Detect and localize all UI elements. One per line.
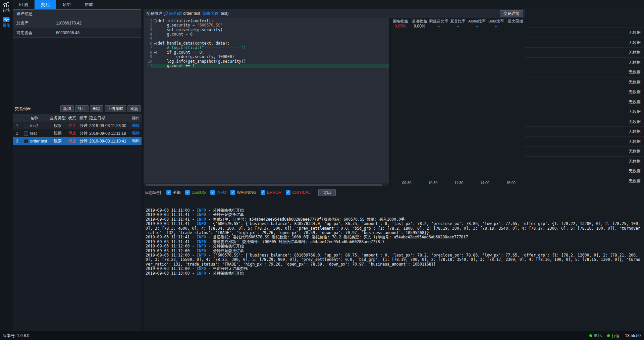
edit-link[interactable]: 编辑 bbox=[130, 123, 142, 128]
checkbox-icon[interactable]: ✓ bbox=[230, 190, 235, 195]
row-name: test1 bbox=[30, 123, 49, 128]
editor-horizontal-scrollbar[interactable] bbox=[144, 183, 389, 186]
row-checkbox[interactable] bbox=[24, 139, 28, 144]
table-row[interactable]: 3order test股票停止分钟2019-09-03 11:10:41编辑 bbox=[13, 137, 142, 145]
log-filter-error[interactable]: ✓ERROR bbox=[261, 190, 281, 195]
code-line[interactable]: 4└ g.count = 0 bbox=[144, 32, 389, 37]
log-level: INFO bbox=[197, 239, 206, 244]
code-lines: 1def initialize(context):2│ g.security =… bbox=[144, 18, 389, 68]
log-filter-critical[interactable]: ✓CRITICAL bbox=[286, 190, 311, 195]
code-text: # log.critical("----------------") bbox=[158, 46, 389, 50]
log-message: {'600570.SS': {'business_balance': 83057… bbox=[146, 221, 643, 235]
chart-area bbox=[393, 31, 523, 178]
metric-label: 基准收益 bbox=[410, 18, 429, 24]
fold-guide: │ bbox=[152, 23, 158, 27]
row-frequency: 分钟 bbox=[78, 130, 89, 136]
tab-backtest[interactable]: 回测 bbox=[13, 0, 35, 9]
code-line[interactable]: 10│ log.info(get_snapshot(g.security)) bbox=[144, 59, 389, 64]
table-row[interactable]: 1test1股票停止分钟2019-09-03 11:23:30编辑 bbox=[13, 122, 142, 129]
line-number: 3 bbox=[144, 28, 152, 32]
checkbox-icon[interactable]: ✓ bbox=[185, 190, 190, 195]
select-all-checkbox[interactable] bbox=[24, 116, 28, 120]
account-row-available-funds: 可用资金 80230936.48 bbox=[13, 28, 141, 38]
row-checkbox[interactable] bbox=[24, 131, 28, 136]
row-business-type: 股票 bbox=[49, 123, 66, 128]
log-filter-debug[interactable]: ✓DEBUG bbox=[185, 190, 206, 195]
fold-toggle-icon[interactable] bbox=[152, 41, 158, 46]
checkbox-icon[interactable]: ✓ bbox=[166, 190, 171, 195]
checkbox-icon[interactable]: ✓ bbox=[210, 190, 215, 195]
row-checkbox-cell bbox=[21, 123, 30, 128]
market-chart-icon bbox=[3, 2, 10, 7]
table-row[interactable]: 2test股票停止分钟2019-09-03 11:11:18编辑 bbox=[13, 129, 142, 137]
refresh-button[interactable]: 刷新 bbox=[127, 105, 141, 112]
code-line[interactable]: 9└ order(g.security, 100000) bbox=[144, 55, 389, 59]
fold-guide bbox=[152, 37, 158, 41]
log-panel: 日志级别 ✓全部✓DEBUG✓INFO✓WARNING✓ERROR✓CRITIC… bbox=[144, 186, 644, 331]
code-line[interactable]: 8 if g.count == 0: bbox=[144, 50, 389, 55]
delete-button[interactable]: 删除 bbox=[90, 105, 103, 112]
log-filter-all[interactable]: ✓全部 bbox=[166, 190, 181, 195]
log-entry: 2019-09-03 11:11:41 - INFO - 普通委托成功！ 委托编… bbox=[146, 240, 641, 244]
log-message: 普通委托成功！ 委托编号: 700005 对应的订单编号: a54abe42ee… bbox=[213, 239, 385, 244]
code-line[interactable]: 2│ g.security = '600570.SS' bbox=[144, 23, 389, 27]
code-line[interactable]: 3│ set_universe(g.security) bbox=[144, 28, 389, 32]
code-text: log.info(get_snapshot(g.security)) bbox=[158, 59, 389, 64]
row-checkbox[interactable] bbox=[24, 124, 28, 128]
no-data-row: 无数据 bbox=[525, 87, 644, 97]
code-text: g.count += 1 bbox=[158, 64, 389, 68]
fold-toggle-icon[interactable] bbox=[152, 50, 158, 55]
status-dot bbox=[607, 334, 610, 337]
upload-strategy-button[interactable]: 上传策略 bbox=[105, 105, 126, 112]
checkbox-icon[interactable]: ✓ bbox=[286, 190, 290, 195]
metric-strategy-return: 策略收益0.05% bbox=[391, 18, 410, 29]
tab-research[interactable]: 研究 bbox=[56, 0, 78, 9]
line-number: 9 bbox=[144, 55, 152, 59]
row-status: 停止 bbox=[66, 130, 78, 136]
row-checkbox-cell bbox=[21, 131, 30, 135]
metric-value bbox=[506, 24, 525, 29]
row-created-date: 2019-09-03 11:23:30 bbox=[89, 123, 130, 128]
log-filter-warning[interactable]: ✓WARNING bbox=[230, 190, 256, 195]
terminate-button[interactable]: 终止 bbox=[75, 105, 89, 112]
detail-table-panel: 无数据无数据无数据无数据无数据无数据无数据无数据无数据无数据无数据无数据无数据无… bbox=[525, 9, 644, 186]
code-text: g.security = '600570.SS' bbox=[158, 23, 389, 27]
filter-label: ERROR bbox=[267, 190, 281, 195]
name-column-header: 名称 bbox=[30, 115, 49, 121]
account-info-panel: 账户信息 总资产 110069170.42 可用资金 80230936.48 bbox=[13, 9, 141, 38]
row-business-type: 股票 bbox=[49, 130, 66, 136]
sidebar-item-quant[interactable]: 量化 bbox=[0, 15, 13, 30]
metric-alpha-ratio: Alpha比率-- bbox=[468, 18, 487, 29]
metric-label: Alpha比率 bbox=[468, 18, 487, 24]
log-filters: ✓全部✓DEBUG✓INFO✓WARNING✓ERROR✓CRITICAL bbox=[166, 190, 315, 195]
tab-trade[interactable]: 交易 bbox=[35, 0, 56, 9]
edit-link[interactable]: 编辑 bbox=[130, 138, 142, 144]
no-data-row: 无数据 bbox=[525, 166, 644, 176]
code-line[interactable]: 1def initialize(context): bbox=[144, 19, 389, 23]
log-timestamp: 2019-09-03 11:12:00 bbox=[146, 244, 190, 248]
sidebar-item-market[interactable]: 行情 bbox=[0, 0, 13, 15]
trade-list-buttons: 新增终止删除上传策略刷新 bbox=[60, 105, 142, 112]
log-output[interactable]: 2019-09-03 11:11:00 - INFO - 分钟策略执行开始201… bbox=[146, 208, 641, 276]
line-number: 1 bbox=[144, 19, 152, 23]
code-line[interactable]: 6def handle_data(context, data): bbox=[144, 41, 389, 46]
export-button[interactable]: 导出 bbox=[318, 189, 336, 196]
log-filter-info[interactable]: ✓INFO bbox=[210, 190, 226, 195]
edit-link[interactable]: 编辑 bbox=[130, 130, 142, 136]
trade-detail-button[interactable]: 交易详情 bbox=[500, 10, 523, 17]
code-line[interactable]: 11│ g.count += 1 bbox=[144, 64, 389, 68]
add-button[interactable]: 新增 bbox=[60, 105, 74, 112]
metric-label: 索提诺比率 bbox=[429, 18, 448, 24]
checkbox-icon[interactable]: ✓ bbox=[261, 190, 265, 195]
tab-help[interactable]: 帮助 bbox=[78, 0, 100, 9]
code-editor[interactable]: 1def initialize(context):2│ g.security =… bbox=[144, 18, 389, 186]
log-timestamp: 2019-09-03 11:11:41 bbox=[146, 217, 190, 222]
code-line[interactable]: 5 bbox=[144, 37, 389, 41]
fold-toggle-icon[interactable] bbox=[152, 19, 158, 23]
code-line[interactable]: 7│ # log.critical("----------------") bbox=[144, 46, 389, 50]
scrollbar-thumb[interactable] bbox=[146, 184, 382, 186]
select-all-cell bbox=[21, 116, 30, 120]
status-bar: 版本号: 1.0.8.0 量化行情 13:55:50 bbox=[0, 331, 644, 340]
metric-label: 夏普比率 bbox=[448, 18, 468, 24]
no-data-row: 无数据 bbox=[525, 97, 644, 107]
